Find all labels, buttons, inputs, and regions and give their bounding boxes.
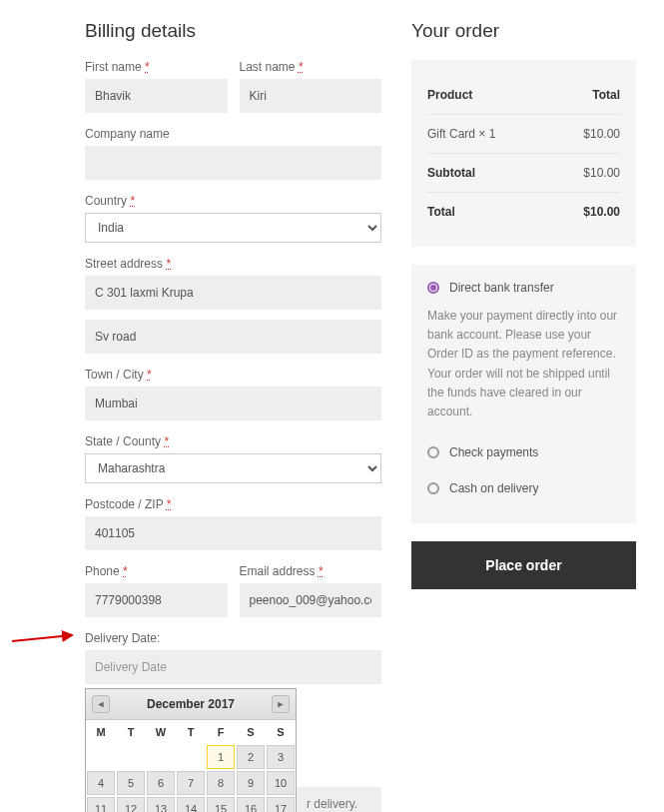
order-subtotal: $10.00: [583, 166, 620, 180]
datepicker-dow: F: [206, 720, 236, 744]
order-item-total: $10.00: [583, 127, 620, 141]
datepicker-dow: S: [236, 720, 266, 744]
datepicker-day[interactable]: 15: [207, 797, 235, 812]
payment-option[interactable]: Cash on delivery: [427, 471, 620, 505]
postcode-input[interactable]: [85, 516, 381, 550]
datepicker-day[interactable]: 17: [267, 797, 295, 812]
radio-icon: [427, 482, 439, 494]
datepicker-dow: M: [86, 720, 116, 744]
email-label: Email address *: [240, 564, 382, 578]
datepicker-dow: S: [266, 720, 296, 744]
datepicker-day[interactable]: 3: [267, 745, 295, 769]
last-name-input[interactable]: [240, 79, 382, 113]
payment-description: Make your payment directly into our bank…: [427, 297, 620, 435]
payment-option[interactable]: Check payments: [427, 435, 620, 469]
company-label: Company name: [85, 127, 381, 141]
order-subtotal-label: Subtotal: [427, 166, 475, 180]
svg-line-0: [12, 635, 72, 641]
datepicker-day[interactable]: 8: [207, 771, 235, 795]
delivery-date-label: Delivery Date:: [85, 631, 381, 645]
email-input[interactable]: [240, 583, 382, 617]
order-head-total: Total: [592, 88, 620, 102]
phone-input[interactable]: [85, 583, 228, 617]
radio-icon: [427, 282, 439, 294]
billing-title: Billing details: [85, 20, 381, 42]
place-order-button[interactable]: Place order: [411, 541, 636, 589]
datepicker-next[interactable]: ►: [272, 695, 290, 713]
pointer-arrow: [10, 624, 80, 646]
datepicker: ◄ December 2017 ► MTWTFSS 12345678910111…: [85, 688, 297, 812]
datepicker-day[interactable]: 5: [117, 771, 145, 795]
datepicker-title: December 2017: [147, 697, 235, 711]
datepicker-day[interactable]: 6: [147, 771, 175, 795]
last-name-label: Last name *: [240, 60, 382, 74]
datepicker-day[interactable]: 12: [117, 797, 145, 812]
payment-option-label: Check payments: [449, 445, 538, 459]
postcode-label: Postcode / ZIP *: [85, 497, 381, 511]
payment-methods: Direct bank transferMake your payment di…: [411, 265, 636, 523]
order-total-label: Total: [427, 205, 455, 219]
state-label: State / County *: [85, 434, 381, 448]
datepicker-dow: W: [146, 720, 176, 744]
phone-label: Phone *: [85, 564, 228, 578]
order-item-name: Gift Card × 1: [427, 127, 495, 141]
street1-input[interactable]: [85, 276, 381, 310]
order-notes[interactable]: [297, 787, 381, 812]
city-label: Town / City *: [85, 368, 381, 382]
company-input[interactable]: [85, 146, 381, 180]
first-name-input[interactable]: [85, 79, 228, 113]
datepicker-day[interactable]: 7: [177, 771, 205, 795]
first-name-label: First name *: [85, 60, 228, 74]
datepicker-day[interactable]: 2: [237, 745, 265, 769]
country-select[interactable]: India: [85, 213, 381, 243]
datepicker-day[interactable]: 13: [147, 797, 175, 812]
datepicker-day[interactable]: 16: [237, 797, 265, 812]
datepicker-prev[interactable]: ◄: [92, 695, 110, 713]
datepicker-day[interactable]: 4: [87, 771, 115, 795]
datepicker-day[interactable]: 10: [267, 771, 295, 795]
order-title: Your order: [411, 20, 636, 42]
street2-input[interactable]: [85, 320, 381, 354]
order-summary: Product Total Gift Card × 1 $10.00 Subto…: [411, 60, 636, 247]
radio-icon: [427, 446, 439, 458]
datepicker-day[interactable]: 11: [87, 797, 115, 812]
datepicker-day[interactable]: 1: [207, 745, 235, 769]
payment-option-label: Direct bank transfer: [449, 281, 554, 295]
delivery-date-input[interactable]: [85, 650, 381, 684]
datepicker-dow: T: [176, 720, 206, 744]
state-select[interactable]: Maharashtra: [85, 453, 381, 483]
order-head-product: Product: [427, 88, 472, 102]
order-total: $10.00: [583, 205, 620, 219]
datepicker-dow: T: [116, 720, 146, 744]
datepicker-day[interactable]: 9: [237, 771, 265, 795]
country-label: Country *: [85, 194, 381, 208]
city-input[interactable]: [85, 387, 381, 420]
payment-option[interactable]: Direct bank transfer: [427, 281, 620, 295]
payment-option-label: Cash on delivery: [449, 481, 538, 495]
street-label: Street address *: [85, 257, 381, 271]
datepicker-day[interactable]: 14: [177, 797, 205, 812]
